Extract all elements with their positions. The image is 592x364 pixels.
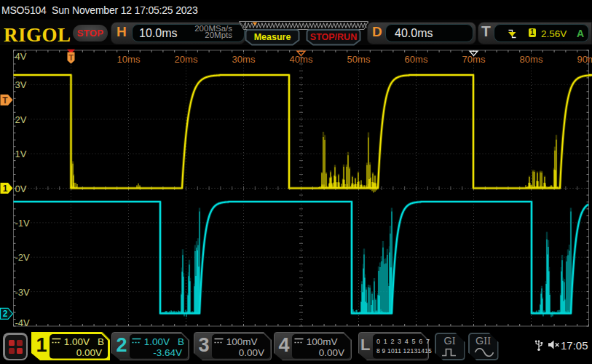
svg-text:-2V: -2V <box>15 252 31 263</box>
svg-text:0V: 0V <box>15 183 27 194</box>
svg-text:4V: 4V <box>15 51 27 62</box>
svg-text:1V: 1V <box>15 149 27 159</box>
svg-text:T: T <box>2 95 8 106</box>
svg-text:80ms: 80ms <box>520 54 543 65</box>
svg-text:20ms: 20ms <box>175 54 198 65</box>
svg-text:-1V: -1V <box>15 218 31 229</box>
svg-text:3V: 3V <box>15 79 27 90</box>
svg-text:-3V: -3V <box>15 287 31 298</box>
svg-text:50ms: 50ms <box>347 54 371 65</box>
svg-text:-4V: -4V <box>15 317 31 328</box>
svg-text:T: T <box>68 53 74 62</box>
svg-text:1: 1 <box>3 183 8 194</box>
svg-text:60ms: 60ms <box>405 54 428 65</box>
svg-text:90ms: 90ms <box>577 54 592 65</box>
svg-text:10ms: 10ms <box>117 54 141 65</box>
svg-text:2: 2 <box>3 309 8 319</box>
svg-text:2V: 2V <box>15 114 27 125</box>
svg-text:30ms: 30ms <box>232 54 256 65</box>
